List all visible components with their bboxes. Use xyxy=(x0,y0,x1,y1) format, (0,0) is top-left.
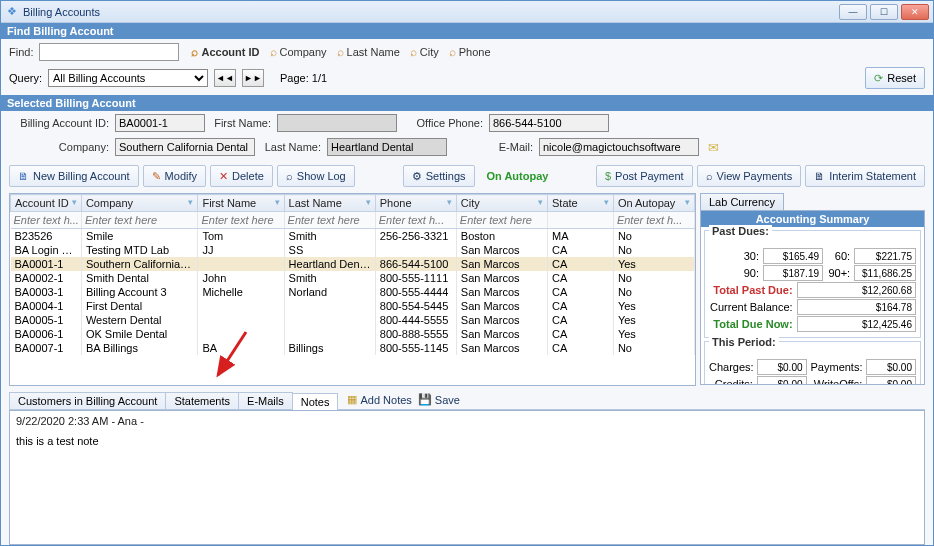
find-radio-account-id[interactable]: ⌕Account ID xyxy=(191,45,259,59)
find-row: Find: ⌕Account ID⌕Company⌕Last Name⌕City… xyxy=(1,39,933,65)
filter-icon: ▾ xyxy=(275,197,280,207)
column-filter-input[interactable] xyxy=(548,212,613,228)
main-row: Account ID▾Company▾First Name▾Last Name▾… xyxy=(1,193,933,386)
interim-statement-button[interactable]: 🗎Interim Statement xyxy=(805,165,925,187)
view-payments-icon: ⌕ xyxy=(706,170,713,182)
col-company[interactable]: Company▾ xyxy=(81,195,198,212)
first-name-field[interactable] xyxy=(277,114,397,132)
col-last-name[interactable]: Last Name▾ xyxy=(284,195,375,212)
bottom-tabs: Customers in Billing AccountStatementsE-… xyxy=(9,392,925,410)
settings-button[interactable]: ⚙Settings xyxy=(403,165,475,187)
table-row[interactable]: BA0002-1Smith DentalJohnSmith800-555-111… xyxy=(11,271,695,285)
cell-state: CA xyxy=(548,243,614,257)
tab-e-mails[interactable]: E-Mails xyxy=(238,392,293,409)
column-filter-input[interactable] xyxy=(198,212,283,228)
page-first-button[interactable]: ◄◄ xyxy=(214,69,236,87)
col-account-id[interactable]: Account ID▾ xyxy=(11,195,82,212)
tab-statements[interactable]: Statements xyxy=(165,392,239,409)
cell-first xyxy=(198,299,284,313)
new-billing-account-button[interactable]: 🗎New Billing Account xyxy=(9,165,139,187)
cell-autopay: Yes xyxy=(613,257,694,271)
d60-value: $221.75 xyxy=(854,248,916,264)
radio-label: Last Name xyxy=(347,46,400,58)
this-period-fieldset: This Period: Charges:$0.00Payments:$0.00… xyxy=(704,341,921,385)
col-state[interactable]: State▾ xyxy=(548,195,614,212)
last-name-field[interactable] xyxy=(327,138,447,156)
filter-icon: ▾ xyxy=(685,197,690,207)
col-first-name[interactable]: First Name▾ xyxy=(198,195,284,212)
email-label: E-Mail: xyxy=(453,141,533,153)
writeoffs-value: $0.00 xyxy=(866,376,916,385)
save-notes-button[interactable]: 💾Save xyxy=(418,393,460,406)
charges-value: $0.00 xyxy=(757,359,807,375)
table-row[interactable]: BA0001-1Southern California Dental...Hea… xyxy=(11,257,695,271)
show-log-button[interactable]: ⌕Show Log xyxy=(277,165,355,187)
post-payment-button[interactable]: $Post Payment xyxy=(596,165,693,187)
tab-notes[interactable]: Notes xyxy=(292,393,339,410)
search-icon: ⌕ xyxy=(191,45,198,59)
cell-city: San Marcos xyxy=(456,341,547,355)
cell-id: BA0002-1 xyxy=(11,271,82,285)
cell-state: MA xyxy=(548,229,614,244)
query-label: Query: xyxy=(9,72,42,84)
query-select[interactable]: All Billing Accounts xyxy=(48,69,208,87)
delete-button[interactable]: ✕Delete xyxy=(210,165,273,187)
add-notes-button[interactable]: ▦Add Notes xyxy=(347,393,411,406)
cell-state: CA xyxy=(548,271,614,285)
maximize-button[interactable]: ☐ xyxy=(870,4,898,20)
email-field[interactable] xyxy=(539,138,699,156)
table-row[interactable]: BA0003-1Billing Account 3MichelleNorland… xyxy=(11,285,695,299)
search-icon: ⌕ xyxy=(337,45,344,59)
billing-account-id-field[interactable] xyxy=(115,114,205,132)
office-phone-field[interactable] xyxy=(489,114,609,132)
table-row[interactable]: BA Login TestTesting MTD LabJJSSSan Marc… xyxy=(11,243,695,257)
find-radio-last-name[interactable]: ⌕Last Name xyxy=(337,45,400,59)
table-row[interactable]: B23526SmileTomSmith256-256-3321BostonMAN… xyxy=(11,229,695,244)
table-row[interactable]: BA0006-1OK Smile Dental800-888-5555San M… xyxy=(11,327,695,341)
total-due-now-label: Total Due Now: xyxy=(709,318,793,330)
find-radio-phone[interactable]: ⌕Phone xyxy=(449,45,491,59)
column-filter-input[interactable] xyxy=(285,212,375,228)
page-last-button[interactable]: ►► xyxy=(242,69,264,87)
col-phone[interactable]: Phone▾ xyxy=(375,195,456,212)
settings-icon: ⚙ xyxy=(412,170,422,183)
reset-button[interactable]: ⟳Reset xyxy=(865,67,925,89)
email-icon[interactable]: ✉ xyxy=(708,140,719,155)
find-radio-company[interactable]: ⌕Company xyxy=(270,45,327,59)
radio-label: Account ID xyxy=(201,46,259,58)
cell-last: Heartland Dental xyxy=(284,257,375,271)
col-on-autopay[interactable]: On Autopay▾ xyxy=(613,195,694,212)
column-filter-input[interactable] xyxy=(376,212,456,228)
notes-textarea[interactable]: 9/22/2020 2:33 AM - Ana - this is a test… xyxy=(9,410,925,545)
table-row[interactable]: BA0007-1BA BillingsBABillings800-555-114… xyxy=(11,341,695,355)
cell-city: San Marcos xyxy=(456,327,547,341)
company-field[interactable] xyxy=(115,138,255,156)
cell-last: Norland xyxy=(284,285,375,299)
view-payments-button[interactable]: ⌕View Payments xyxy=(697,165,802,187)
tab-lab-currency[interactable]: Lab Currency xyxy=(700,193,784,210)
find-input[interactable] xyxy=(39,43,179,61)
col-city[interactable]: City▾ xyxy=(456,195,547,212)
modify-button[interactable]: ✎Modify xyxy=(143,165,206,187)
close-button[interactable]: ✕ xyxy=(901,4,929,20)
accounts-grid[interactable]: Account ID▾Company▾First Name▾Last Name▾… xyxy=(10,194,695,355)
cell-company: Smile xyxy=(81,229,198,244)
column-filter-input[interactable] xyxy=(82,212,198,228)
cell-id: BA0004-1 xyxy=(11,299,82,313)
column-filter-input[interactable] xyxy=(11,212,81,228)
find-radio-city[interactable]: ⌕City xyxy=(410,45,439,59)
minimize-button[interactable]: — xyxy=(839,4,867,20)
cell-last: Billings xyxy=(284,341,375,355)
column-filter-input[interactable] xyxy=(457,212,547,228)
cell-first: John xyxy=(198,271,284,285)
tab-customers-in-billing-account[interactable]: Customers in Billing Account xyxy=(9,392,166,409)
column-filter-input[interactable] xyxy=(614,212,694,228)
cell-city: San Marcos xyxy=(456,243,547,257)
app-icon: ❖ xyxy=(5,5,19,19)
window-title: Billing Accounts xyxy=(23,6,100,18)
cell-phone xyxy=(375,243,456,257)
cell-autopay: Yes xyxy=(613,299,694,313)
d90-label: 90: xyxy=(709,267,759,279)
table-row[interactable]: BA0005-1Western Dental800-444-5555San Ma… xyxy=(11,313,695,327)
table-row[interactable]: BA0004-1First Dental800-554-5445San Marc… xyxy=(11,299,695,313)
